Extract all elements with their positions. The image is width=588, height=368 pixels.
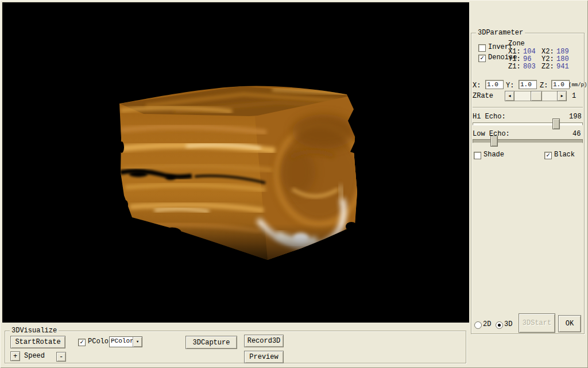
scale-y-input[interactable] (519, 80, 537, 89)
mode-2d-radio[interactable] (474, 321, 482, 329)
hi-echo-value: 198 (569, 113, 582, 121)
visualize-panel: 3DVisualize StartRotate ✓ PColor PColor … (2, 323, 469, 366)
preview-button-label: Preview (249, 353, 278, 361)
zone-z2-value: 941 (556, 63, 569, 71)
check-icon: ✓ (480, 55, 484, 62)
start3d-button-label: 3DStart (523, 319, 551, 327)
low-echo-value: 46 (572, 131, 581, 138)
check-icon: ✓ (80, 339, 84, 346)
mode-3d-label: 3D (504, 321, 512, 328)
hi-echo-slider-thumb[interactable] (552, 118, 560, 129)
minus-icon: - (59, 353, 63, 361)
parameter-group-title: 3DParameter (476, 29, 525, 37)
scale-x-input[interactable] (485, 80, 504, 89)
visualize-group-title: 3DVisualize (10, 327, 59, 335)
parameter-groupbox: 3DParameter Invert ✓ Denoise Zone X1: 10… (471, 33, 585, 334)
preview-button[interactable]: Preview (244, 351, 284, 363)
zone-z1-value: 803 (523, 63, 536, 71)
scale-unit-label: (mm/p) (568, 82, 587, 89)
invert-checkbox[interactable] (478, 44, 486, 52)
scale-y-label: Y: (506, 82, 514, 90)
hi-echo-slider-track[interactable] (473, 122, 583, 125)
pcolor-dropdown[interactable]: PColor ▼ (109, 336, 142, 347)
low-echo-slider-track[interactable] (473, 139, 583, 143)
zrate-value: 1 (572, 93, 576, 100)
ultrasound-volume-render (2, 2, 469, 323)
low-echo-slider-thumb[interactable] (490, 136, 498, 147)
zrate-label: ZRate (473, 93, 493, 100)
app-window: 3DParameter Invert ✓ Denoise Zone X1: 10… (0, 0, 588, 368)
capture-3d-button[interactable]: 3DCapture (185, 336, 237, 349)
start-rotate-button[interactable]: StartRotate (10, 336, 65, 348)
zrate-scroll-right-button[interactable]: ► (557, 91, 567, 101)
scroll-left-icon: ◄ (508, 94, 510, 98)
denoise-checkbox[interactable]: ✓ (478, 55, 486, 62)
hi-echo-label: Hi Echo: (473, 113, 506, 121)
start-rotate-button-label: StartRotate (15, 338, 60, 346)
speed-label: Speed (24, 352, 45, 360)
start3d-button[interactable]: 3DStart (519, 313, 555, 333)
zone-z1-label: Z1: (508, 63, 521, 71)
pcolor-checkbox[interactable]: ✓ (78, 339, 86, 346)
black-label: Black (554, 151, 575, 159)
ok-button[interactable]: OK (558, 315, 581, 332)
render-viewport[interactable] (2, 2, 469, 323)
shade-label: Shade (483, 151, 504, 159)
visualize-groupbox: 3DVisualize StartRotate ✓ PColor PColor … (5, 331, 466, 363)
parameter-panel: 3DParameter Invert ✓ Denoise Zone X1: 10… (469, 2, 586, 366)
record-3d-button-label: Record3D (247, 337, 281, 345)
plus-icon: + (13, 352, 17, 361)
scale-z-label: Z: (540, 82, 548, 90)
black-checkbox[interactable]: ✓ (544, 152, 552, 159)
zrate-scroll-left-button[interactable]: ◄ (505, 91, 514, 101)
speed-plus-button[interactable]: + (10, 351, 20, 361)
mode-2d-label: 2D (483, 321, 491, 328)
speed-minus-button[interactable]: - (56, 352, 66, 362)
zrate-scrollbar-thumb[interactable] (531, 91, 542, 101)
ok-button-label: OK (566, 320, 574, 328)
scale-z-input[interactable] (551, 80, 570, 89)
record-3d-button[interactable]: Record3D (244, 335, 284, 347)
zone-z2-label: Z2: (541, 63, 554, 71)
divider-line (473, 107, 583, 108)
check-icon: ✓ (546, 152, 550, 159)
shade-checkbox[interactable] (474, 152, 481, 159)
dropdown-arrow-icon[interactable]: ▼ (133, 337, 142, 347)
pcolor-dropdown-value: PColor (110, 337, 133, 347)
zone-label: Zone (508, 40, 525, 48)
mode-3d-radio[interactable] (496, 321, 503, 329)
scroll-right-icon: ► (560, 94, 563, 98)
scale-x-label: X: (473, 82, 481, 90)
capture-3d-button-label: 3DCapture (193, 339, 230, 347)
